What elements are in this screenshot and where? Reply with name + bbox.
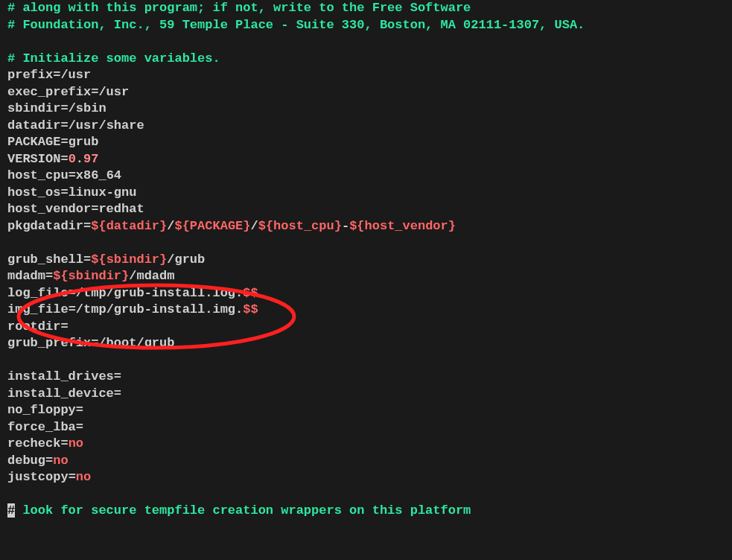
substitution: ${datadir}	[91, 219, 167, 233]
equals: =	[91, 336, 98, 350]
var-name: datadir	[7, 118, 60, 133]
var-name: log_file	[7, 286, 69, 300]
var-value: linux-gnu	[69, 185, 137, 200]
assignment-exec-prefix: exec_prefix=/usr	[7, 84, 725, 101]
dash: -	[342, 219, 349, 233]
var-name: no_floppy	[7, 403, 76, 417]
var-value: no	[53, 454, 68, 468]
var-value: /tmp/grub-install.img.	[76, 302, 243, 316]
comment-line: # Initialize some variables.	[7, 51, 220, 66]
var-value: /tmp/grub-install.log.	[76, 286, 243, 300]
comment-line: # along with this program; if not, write…	[7, 1, 471, 15]
var-value: redhat	[98, 202, 144, 216]
assignment-no-floppy: no_floppy=	[7, 402, 725, 419]
var-value: x86_64	[76, 168, 121, 182]
equals: =	[76, 403, 83, 417]
assignment-grub-shell: grub_shell=${sbindir}/grub	[7, 252, 725, 269]
var-name: VERSION	[7, 152, 60, 166]
var-value: /boot/grub	[98, 336, 174, 350]
equals: =	[45, 454, 53, 468]
assignment-justcopy: justcopy=no	[7, 469, 725, 486]
equals: =	[60, 436, 68, 451]
equals: =	[91, 202, 98, 216]
var-value: /mdadm	[129, 269, 174, 283]
equals: =	[69, 286, 76, 300]
var-name: debug	[7, 454, 45, 468]
assignment-recheck: recheck=no	[7, 436, 725, 453]
equals: =	[83, 219, 91, 233]
equals: =	[114, 386, 121, 401]
assignment-mdadm: mdadm=${sbindir}/mdadm	[7, 268, 725, 285]
code-editor[interactable]: # along with this program; if not, write…	[0, 0, 732, 560]
var-value: no	[69, 436, 83, 451]
assignment-host-cpu: host_cpu=x86_64	[7, 168, 725, 185]
equals: =	[60, 185, 68, 200]
var-value: grub	[69, 135, 99, 149]
equals: =	[60, 101, 68, 115]
assignment-force-lba: force_lba=	[7, 419, 725, 436]
equals: =	[60, 135, 68, 149]
substitution: $$	[243, 286, 258, 300]
var-name: img_file	[7, 302, 69, 316]
assignment-debug: debug=no	[7, 453, 725, 470]
number: 97	[83, 152, 98, 166]
substitution: ${PACKAGE}	[174, 219, 250, 233]
var-name: justcopy	[7, 470, 69, 484]
var-name: install_device	[7, 386, 114, 401]
assignment-pkgdatadir: pkgdatadir=${datadir}/${PACKAGE}/${host_…	[7, 218, 725, 235]
substitution: ${sbindir}	[53, 269, 129, 283]
assignment-grub-prefix: grub_prefix=/boot/grub	[7, 335, 725, 352]
var-name: prefix	[7, 68, 53, 82]
var-value: /grub	[167, 252, 205, 267]
assignment-datadir: datadir=/usr/share	[7, 118, 725, 135]
var-value: no	[76, 470, 91, 484]
substitution: ${host_vendor}	[349, 219, 456, 233]
assignment-host-vendor: host_vendor=redhat	[7, 201, 725, 218]
assignment-install-drives: install_drives=	[7, 369, 725, 386]
var-name: host_cpu	[7, 168, 69, 182]
var-name: sbindir	[7, 101, 60, 115]
var-name: rootdir	[7, 319, 60, 334]
number: 0	[69, 152, 76, 166]
equals: =	[53, 68, 60, 82]
var-name: mdadm	[7, 269, 45, 283]
equals: =	[60, 118, 68, 133]
assignment-version: VERSION=0.97	[7, 151, 725, 168]
equals: =	[69, 302, 76, 316]
var-name: grub_prefix	[7, 336, 91, 350]
equals: =	[114, 369, 121, 384]
path-sep: /	[167, 219, 174, 233]
comment-line: # Foundation, Inc., 59 Temple Place - Su…	[7, 18, 585, 32]
assignment-package: PACKAGE=grub	[7, 134, 725, 151]
equals: =	[60, 152, 68, 166]
var-name: grub_shell	[7, 252, 83, 267]
equals: =	[91, 85, 98, 99]
assignment-install-device: install_device=	[7, 386, 725, 403]
substitution: ${host_cpu}	[258, 219, 342, 233]
var-value: /usr	[60, 68, 91, 82]
dot: .	[76, 152, 83, 166]
path-sep: /	[251, 219, 258, 233]
equals: =	[45, 269, 53, 283]
assignment-img-file: img_file=/tmp/grub-install.img.$$	[7, 302, 725, 319]
var-name: install_drives	[7, 369, 114, 384]
var-value: /usr	[98, 85, 129, 99]
cursor-icon: #	[7, 503, 15, 518]
equals: =	[76, 420, 83, 434]
var-name: pkgdatadir	[7, 219, 83, 233]
assignment-sbindir: sbindir=/sbin	[7, 101, 725, 118]
var-name: recheck	[7, 436, 60, 451]
var-name: host_os	[7, 185, 60, 200]
assignment-log-file: log_file=/tmp/grub-install.log.$$	[7, 285, 725, 302]
assignment-rootdir: rootdir=	[7, 319, 725, 336]
comment-text: look for secure tempfile creation wrappe…	[15, 503, 471, 518]
substitution: ${sbindir}	[91, 252, 167, 267]
var-name: host_vendor	[7, 202, 91, 216]
var-value: /usr/share	[69, 118, 144, 133]
equals: =	[60, 319, 68, 334]
var-name: force_lba	[7, 420, 76, 434]
var-name: PACKAGE	[7, 135, 60, 149]
assignment-host-os: host_os=linux-gnu	[7, 185, 725, 202]
equals: =	[69, 168, 76, 182]
var-name: exec_prefix	[7, 85, 91, 99]
